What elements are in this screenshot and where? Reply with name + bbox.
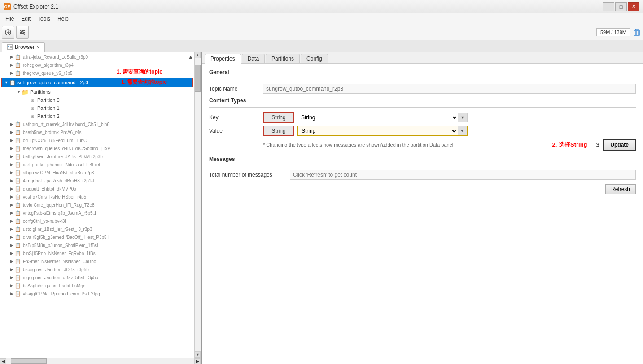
messages-divider xyxy=(209,165,636,165)
list-item[interactable]: ▼ 📁 Partitions xyxy=(0,88,194,96)
tree-expander[interactable]: ▼ xyxy=(16,89,22,95)
tab-properties[interactable]: Properties xyxy=(205,54,241,64)
tab-config[interactable]: Config xyxy=(301,54,328,63)
list-item[interactable]: ▶ ⊞ Partition 2 xyxy=(0,112,194,120)
tree-expander[interactable]: ▼ xyxy=(4,80,9,85)
list-item[interactable]: ▶ 📋 vbsqgfCPMa_Rpumod_com_PstFYIpg xyxy=(0,290,194,298)
settings-button[interactable] xyxy=(16,26,29,39)
horizontal-scroll-thumb[interactable] xyxy=(11,358,47,364)
horizontal-scrollbar[interactable]: ◀ ▶ xyxy=(0,358,201,364)
refresh-button[interactable]: Refresh xyxy=(605,184,636,194)
list-item[interactable]: ▶ ⊞ Partition 0 xyxy=(0,96,194,104)
list-item[interactable]: ▶ 📋 thegrow_queue_v6_r3p5 1. 需要查询的topic xyxy=(0,69,194,77)
maximize-button[interactable]: □ xyxy=(615,2,627,11)
menu-help[interactable]: Help xyxy=(54,15,72,23)
list-item[interactable]: ▶ 📋 roheglow_algorithm_r3p4 xyxy=(0,61,194,69)
list-item[interactable]: ▶ 📋 ustc-gl-nr_1Bsd_ler_r5est_-3_r3p3 xyxy=(0,225,194,233)
tree-container[interactable]: ▶ 📋 alira-jobs_Reward_LeSalle_r3p0 ▶ 📋 r… xyxy=(0,52,194,358)
list-item[interactable]: ▶ 📋 d va r5gf5b_gJerned-fBacOff_-Hest_P3… xyxy=(0,233,194,241)
connect-button[interactable] xyxy=(2,26,14,39)
menu-file[interactable]: File xyxy=(2,15,17,23)
topic-icon: 📋 xyxy=(14,153,22,160)
scroll-down-button[interactable]: ▼ xyxy=(195,351,201,358)
tree-expander[interactable]: ▶ xyxy=(9,138,14,143)
tree-expander[interactable]: ▶ xyxy=(9,70,14,76)
browser-tab-close[interactable]: ✕ xyxy=(36,45,40,50)
total-messages-input[interactable] xyxy=(290,170,636,180)
tab-partitions[interactable]: Partitions xyxy=(266,54,300,63)
tree-expander[interactable]: ▶ xyxy=(9,210,14,216)
tree-expander[interactable]: ▶ xyxy=(9,251,14,256)
right-panel: Properties Data Partitions Config Genera… xyxy=(202,52,643,364)
list-item[interactable]: ▶ ⊞ Partition 1 xyxy=(0,104,194,112)
topic-icon: 📋 xyxy=(14,121,22,127)
close-button[interactable]: ✕ xyxy=(628,2,639,11)
tree-expander[interactable]: ▶ xyxy=(9,202,14,208)
tree-expander[interactable]: ▶ xyxy=(9,62,14,68)
tree-expander[interactable]: ▶ xyxy=(9,259,14,264)
tree-scrollbar[interactable]: ▲ ▼ xyxy=(194,52,201,358)
value-select[interactable]: String Long Integer ByteArray ▼ xyxy=(297,126,468,136)
topic-icon: 📋 xyxy=(14,54,22,60)
list-item[interactable]: ▶ 📋 alira-jobs_Reward_LeSalle_r3p0 xyxy=(0,53,194,61)
list-item[interactable]: ▶ 📋 blnSj15Pno_NsNsner_FqRvbn_1fBsL xyxy=(0,249,194,257)
list-item[interactable]: ▶ 📋 dlugputt_Bhbtot_dkMVP0a xyxy=(0,185,194,193)
list-item[interactable]: ▶ 📋 4tmgr hot_JpaRush_dBruH8_r2p1-I xyxy=(0,177,194,185)
tree-expander[interactable]: ▶ xyxy=(9,121,14,127)
tree-expander[interactable]: ▶ xyxy=(9,154,14,159)
tab-data[interactable]: Data xyxy=(242,54,265,63)
tree-expander[interactable]: ▶ xyxy=(9,170,14,175)
tree-expander[interactable]: ▶ xyxy=(9,267,14,272)
list-item[interactable]: ▶ 📋 bsosg-ner_Jaurtion_JOBs_r3p5b xyxy=(0,265,194,273)
list-item[interactable]: ▶ 📋 uathpro_rt_querek_JdHrv-bond_Ch5-l_b… xyxy=(0,120,194,128)
list-item[interactable]: ▶ 📋 bsBjp5M8u_pJunon_ShotiPlem_1fBsL xyxy=(0,241,194,249)
list-item[interactable]: ▶ 📋 vntcgFstb-sEtmsrqJb_JsemA_r5p5.1 xyxy=(0,209,194,217)
tree-expander[interactable]: ▶ xyxy=(9,162,14,167)
tree-expander[interactable]: ▶ xyxy=(9,178,14,183)
list-item[interactable]: ▶ 📋 mgcg-ner_Jaurtion_dBsv_5Bst_r3p5b xyxy=(0,273,194,282)
list-item[interactable]: ▶ 📋 od-l-pfCOr6_Bj5Ferd_um_T3bC xyxy=(0,136,194,144)
topic-icon: 📋 xyxy=(14,290,22,297)
list-item[interactable]: ▶ 📋 FnSmer_NsNsmer_NsNsner_ChBbo xyxy=(0,257,194,265)
tree-expander[interactable]: ▶ xyxy=(9,234,14,240)
tree-expander[interactable]: ▶ xyxy=(9,54,14,60)
update-button[interactable]: Update xyxy=(603,139,636,151)
menu-tools[interactable]: Tools xyxy=(34,15,54,23)
annotation-2: 2. 选择String xyxy=(552,141,587,149)
list-item[interactable]: ▶ 📋 corfgCtnl_va-nubv-r3l xyxy=(0,217,194,225)
tree-expander[interactable]: ▶ xyxy=(9,146,14,151)
tree-expander[interactable]: ▶ xyxy=(9,218,14,224)
key-select-input[interactable]: String Long Integer ByteArray xyxy=(297,113,458,122)
clear-button[interactable] xyxy=(632,28,641,37)
list-item[interactable]: ▶ 📋 bsAkgfchr_qutcrs-Fsobt-FsMrjn xyxy=(0,282,194,290)
scroll-thumb[interactable] xyxy=(195,65,201,92)
scroll-right-button[interactable]: ▶ xyxy=(194,358,201,364)
tree-expander[interactable]: ▶ xyxy=(9,243,14,248)
list-item[interactable]: ▶ 📋 tuvlu Cme_iqqerHon_lFi_Rug_T2e8 xyxy=(0,201,194,209)
value-row: Value String String Long Integer ByteArr… xyxy=(209,126,636,136)
value-select-input[interactable]: String Long Integer ByteArray xyxy=(298,126,458,135)
list-item[interactable]: ▶ 📋 vosFq7Cms_RsHerHSber_r4p5 xyxy=(0,193,194,201)
list-item[interactable]: ▶ 📋 batbg6Ven_Jointure_JABs_P5kM-r2p3b xyxy=(0,152,194,160)
browser-tab[interactable]: Browser ✕ xyxy=(2,42,45,52)
tree-expander[interactable]: ▶ xyxy=(9,194,14,199)
tree-expander[interactable]: ▶ xyxy=(9,291,14,296)
value-select-arrow[interactable]: ▼ xyxy=(458,126,467,135)
menu-edit[interactable]: Edit xyxy=(17,15,34,23)
minimize-button[interactable]: ─ xyxy=(603,2,614,11)
key-select[interactable]: String Long Integer ByteArray ▼ xyxy=(297,113,468,122)
key-select-arrow[interactable]: ▼ xyxy=(458,113,467,122)
tree-expander[interactable]: ▶ xyxy=(9,226,14,232)
list-item[interactable]: ▶ 📋 bseth5ms_brdrmk-PnrA6_r4s xyxy=(0,128,194,136)
selected-topic-item[interactable]: ▼ 📋 suhgrow_qutoo_command_r2p3 xyxy=(2,78,192,87)
tree-expander[interactable]: ▶ xyxy=(9,275,14,280)
topic-icon: 📋 xyxy=(14,226,22,232)
list-item[interactable]: ▶ 📋 sthgrow-CPM_HoaNvt_sheBs_r2p3 xyxy=(0,169,194,177)
tree-expander[interactable]: ▶ xyxy=(9,283,14,288)
tree-expander[interactable]: ▶ xyxy=(9,186,14,191)
tree-expander[interactable]: ▶ xyxy=(9,130,14,135)
list-item[interactable]: ▶ 📋 thegrowth_queues_d4B3_drCrSbbIno_j_i… xyxy=(0,144,194,152)
list-item[interactable]: ▶ 📋 dsrfg-ro-ku_phemio_fNdo_aseFl_4Fret xyxy=(0,160,194,169)
scroll-up-button[interactable]: ▲ xyxy=(195,52,201,58)
scroll-left-button[interactable]: ◀ xyxy=(0,358,6,364)
